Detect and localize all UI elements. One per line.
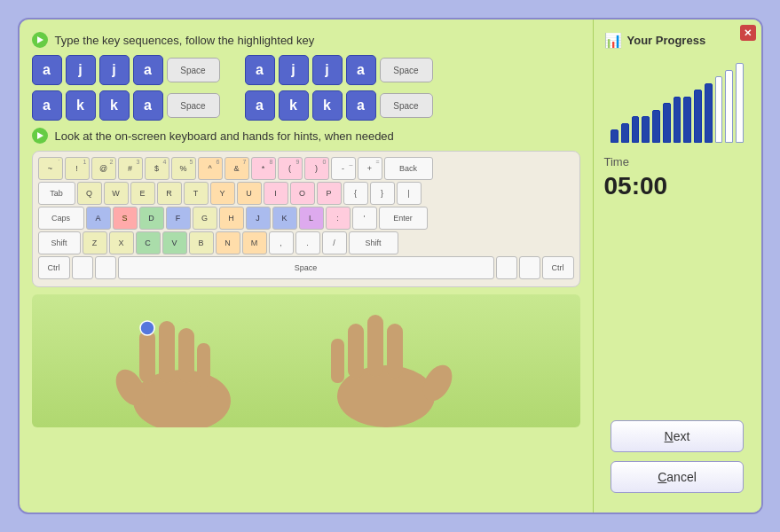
key-w[interactable]: W: [104, 182, 129, 205]
key-x[interactable]: X: [109, 231, 134, 254]
key-r[interactable]: R: [157, 182, 182, 205]
kb-row-0: ~` !1 @2 #3 $4 %5 ^6 &7 *8 (9 )0 -_ += B…: [38, 157, 574, 180]
key-slash[interactable]: /: [322, 231, 347, 254]
key-k1: k: [66, 90, 96, 121]
key-u[interactable]: U: [237, 182, 262, 205]
key-2[interactable]: @2: [91, 157, 116, 180]
key-g-kb[interactable]: G: [193, 207, 217, 230]
key-i[interactable]: I: [264, 182, 288, 205]
key-1[interactable]: !1: [65, 157, 90, 180]
svg-rect-4: [178, 328, 194, 383]
key-m[interactable]: M: [242, 231, 267, 254]
key-a8: a: [346, 90, 376, 121]
chart-icon: 📊: [604, 32, 622, 49]
key-a3: a: [245, 55, 275, 85]
key-v[interactable]: V: [162, 231, 187, 254]
main-window: ✕ Type the key sequences, follow the hig…: [18, 18, 763, 514]
kb-row-1: Tab Q W E R T Y U I O P { } |: [38, 182, 574, 205]
key-y[interactable]: Y: [210, 182, 235, 205]
key-lbracket[interactable]: {: [343, 182, 368, 205]
key-s-kb[interactable]: S: [113, 207, 138, 230]
play-icon-2[interactable]: [32, 128, 48, 144]
key-semicolon[interactable]: :: [326, 207, 351, 230]
instruction-row-2: Look at the on-screen keyboard and hands…: [32, 128, 580, 144]
key-a2: a: [133, 55, 163, 85]
key-q[interactable]: Q: [77, 182, 102, 205]
key-8[interactable]: *8: [251, 157, 276, 180]
svg-rect-10: [348, 324, 364, 379]
key-p[interactable]: P: [317, 182, 342, 205]
key-e[interactable]: E: [130, 182, 155, 205]
progress-bar-9: [705, 83, 713, 144]
instruction-text-2: Look at the on-screen keyboard and hands…: [55, 129, 394, 143]
key-6[interactable]: ^6: [198, 157, 223, 180]
key-n[interactable]: N: [216, 231, 240, 254]
key-space2: Space: [380, 58, 433, 82]
space-bar-key[interactable]: Space: [118, 256, 494, 279]
time-section: Time 05:00: [604, 155, 751, 200]
tab-key[interactable]: Tab: [38, 182, 75, 205]
key-blank4: [519, 256, 540, 279]
key-a-kb[interactable]: A: [86, 207, 111, 230]
key-equals[interactable]: +=: [358, 157, 382, 180]
key-j2: j: [99, 55, 130, 85]
key-o[interactable]: O: [290, 182, 315, 205]
progress-bar-0: [611, 129, 618, 143]
progress-chart: [611, 58, 744, 146]
svg-rect-9: [331, 339, 344, 383]
enter-key[interactable]: Enter: [379, 207, 428, 230]
instruction-text-1: Type the key sequences, follow the highl…: [55, 34, 315, 47]
progress-header: 📊 Your Progress: [604, 32, 706, 49]
key-a7: a: [245, 90, 275, 121]
key-k-kb[interactable]: K: [272, 207, 297, 230]
cancel-button[interactable]: Cancel: [611, 461, 744, 493]
backspace-key[interactable]: Back: [384, 157, 433, 180]
key-d-kb[interactable]: D: [139, 207, 164, 230]
key-space3: Space: [167, 93, 220, 118]
ctrl-left-key[interactable]: Ctrl: [38, 256, 70, 279]
key-f-kb[interactable]: F: [166, 207, 191, 230]
key-a1: a: [32, 55, 62, 85]
key-h-kb[interactable]: H: [219, 207, 244, 230]
time-label: Time: [604, 155, 751, 168]
play-icon-1[interactable]: [32, 32, 48, 48]
key-5[interactable]: %5: [171, 157, 196, 180]
next-button[interactable]: Next: [611, 420, 744, 452]
key-blank1: [72, 256, 93, 279]
hands-svg: [32, 294, 580, 427]
key-7[interactable]: &7: [225, 157, 249, 180]
key-t[interactable]: T: [184, 182, 209, 205]
progress-bar-12: [736, 63, 744, 143]
key-9[interactable]: (9: [278, 157, 303, 180]
key-quote[interactable]: ': [352, 207, 377, 230]
key-minus[interactable]: -_: [331, 157, 356, 180]
next-label: Next: [665, 429, 690, 443]
key-period[interactable]: .: [295, 231, 320, 254]
key-comma[interactable]: ,: [269, 231, 294, 254]
key-tilde[interactable]: ~`: [38, 157, 63, 180]
caps-key[interactable]: Caps: [38, 207, 84, 230]
shift-left-key[interactable]: Shift: [38, 231, 81, 254]
key-k4: k: [312, 90, 343, 121]
key-j1: j: [66, 55, 96, 85]
key-3[interactable]: #3: [118, 157, 143, 180]
key-a5: a: [32, 90, 62, 121]
shift-right-key[interactable]: Shift: [349, 231, 398, 254]
key-rbracket[interactable]: }: [370, 182, 395, 205]
key-l-kb[interactable]: L: [299, 207, 324, 230]
key-sequences: a j j a Space a j j a Space a k k a Spac…: [32, 55, 580, 121]
key-z[interactable]: Z: [83, 231, 107, 254]
svg-rect-2: [139, 330, 155, 383]
key-j-kb[interactable]: J: [246, 207, 271, 230]
key-backslash[interactable]: |: [397, 182, 422, 205]
key-a4: a: [346, 55, 376, 85]
kb-row-4: Ctrl Space Ctrl: [38, 256, 574, 279]
key-0[interactable]: )0: [304, 157, 329, 180]
key-c[interactable]: C: [136, 231, 161, 254]
close-button[interactable]: ✕: [740, 25, 756, 41]
key-4[interactable]: $4: [145, 157, 169, 180]
key-row-1: a j j a Space a j j a Space: [32, 55, 580, 85]
key-b[interactable]: B: [189, 231, 214, 254]
keyboard-section: ~` !1 @2 #3 $4 %5 ^6 &7 *8 (9 )0 -_ += B…: [32, 151, 580, 287]
ctrl-right-key[interactable]: Ctrl: [542, 256, 574, 279]
